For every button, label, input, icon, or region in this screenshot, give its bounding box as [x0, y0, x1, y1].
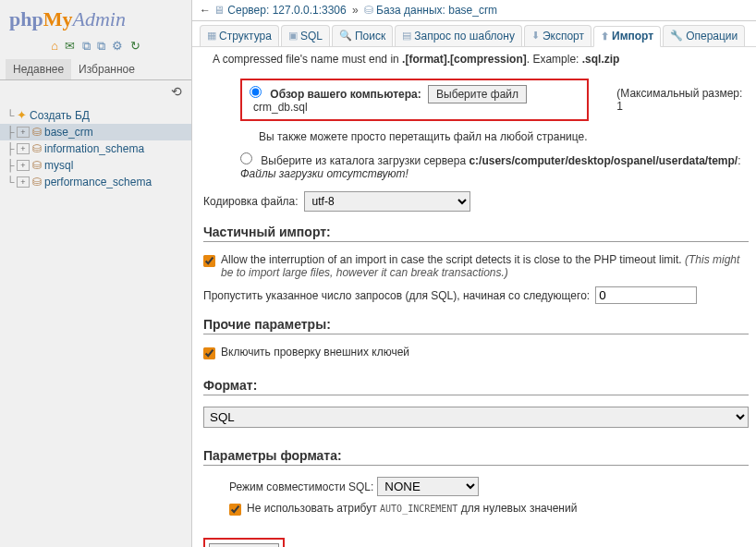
breadcrumb-db[interactable]: База данных: base_crm [376, 4, 497, 17]
browse-option: Обзор вашего компьютера: Выберите файл c… [203, 79, 589, 121]
query-icon[interactable]: ⧉ [82, 39, 91, 53]
db-item-mysql[interactable]: ├ + ⛁ mysql [0, 157, 191, 174]
db-item-information-schema[interactable]: ├ + ⛁ information_schema [0, 140, 191, 157]
expand-icon[interactable]: + [17, 160, 30, 171]
fk-checkbox[interactable] [203, 347, 215, 359]
catalog-option: Выберите из каталога загрузки сервера c:… [203, 152, 749, 180]
format-heading: Формат: [203, 378, 749, 393]
logo[interactable]: phpMyAdmin [0, 0, 191, 35]
tab-search[interactable]: 🔍Поиск [332, 25, 393, 46]
exit-icon[interactable]: ✉ [65, 39, 75, 53]
skip-row: Пропустить указанное число запросов (для… [203, 286, 749, 304]
format-select[interactable]: SQL [203, 407, 749, 428]
tab-import[interactable]: ⬆Импорт [593, 26, 661, 47]
search-icon: 🔍 [339, 30, 352, 42]
interrupt-check-row: Allow the interruption of an import in c… [203, 253, 749, 279]
db-icon: ⛁ [32, 176, 42, 188]
server-icon: 🖥 [213, 4, 225, 17]
new-db-icon: ✦ [17, 108, 27, 122]
tab-export[interactable]: ⬇Экспорт [524, 25, 591, 46]
tab-recent[interactable]: Недавнее [6, 59, 71, 79]
drag-info: Вы также можете просто перетащить файл н… [203, 130, 749, 143]
format-params-heading: Параметры формата: [203, 448, 749, 463]
breadcrumb-server[interactable]: Сервер: 127.0.0.1:3306 [227, 4, 346, 17]
import-form: A compressed file's name must end in .[f… [192, 47, 756, 547]
selected-filename: crm_db.sql [253, 101, 308, 114]
db-icon: ⛁ [32, 142, 42, 155]
db-item-base-crm[interactable]: ├ + ⛁ base_crm [0, 124, 191, 140]
sidebar-nav-tabs: Недавнее Избранное [0, 59, 191, 80]
db-icon: ⛁ [32, 159, 42, 172]
tab-favorites[interactable]: Избранное [71, 59, 142, 79]
main-content: ← 🖥Сервер: 127.0.0.1:3306 » ⛁База данных… [192, 0, 756, 547]
settings-icon[interactable]: ⚙ [112, 39, 123, 53]
other-params-heading: Прочие параметры: [203, 317, 749, 332]
export-icon: ⬇ [531, 30, 540, 42]
docs-icon[interactable]: ⧉ [97, 39, 105, 53]
db-icon: ⛁ [364, 4, 373, 17]
db-icon: ⛁ [32, 126, 42, 139]
operations-icon: 🔧 [670, 30, 683, 42]
expand-icon[interactable]: + [17, 143, 30, 154]
sidebar-icons: ⌂ ✉ ⧉ ⧉ ⚙ ↻ [0, 35, 191, 59]
sidebar: phpMyAdmin ⌂ ✉ ⧉ ⧉ ⚙ ↻ Недавнее Избранно… [0, 0, 192, 547]
fk-check-row: Включить проверку внешних ключей [203, 346, 749, 359]
expand-icon[interactable]: + [17, 127, 30, 138]
expand-icon[interactable]: + [17, 176, 30, 188]
interrupt-checkbox[interactable] [203, 255, 215, 267]
tab-sql[interactable]: ▣SQL [281, 25, 330, 46]
choose-file-button[interactable]: Выберите файл [428, 85, 527, 103]
autoinc-row: Не использовать атрибут AUTO_INCREMENT д… [203, 502, 749, 516]
home-icon[interactable]: ⌂ [51, 39, 58, 53]
skip-input[interactable] [595, 286, 697, 304]
browse-highlight: Обзор вашего компьютера: Выберите файл c… [240, 79, 589, 121]
browse-radio[interactable] [250, 86, 262, 98]
structure-icon: ▦ [207, 30, 216, 42]
tree-line-icon: └ [4, 109, 17, 122]
compressed-info: A compressed file's name must end in .[f… [203, 53, 749, 66]
create-db[interactable]: └ ✦ Создать БД [0, 106, 191, 124]
submit-button[interactable]: Вперёд [209, 543, 279, 547]
autoinc-checkbox[interactable] [229, 504, 241, 516]
compat-row: Режим совместимости SQL: NONE [203, 477, 749, 496]
submit-highlight: Вперёд [203, 538, 285, 547]
catalog-radio[interactable] [240, 152, 252, 164]
breadcrumb: ← 🖥Сервер: 127.0.0.1:3306 » ⛁База данных… [192, 0, 756, 21]
tab-structure[interactable]: ▦Структура [200, 25, 279, 46]
tab-operations[interactable]: 🔧Операции [663, 25, 745, 46]
charset-row: Кодировка файла: utf-8 [203, 191, 749, 212]
main-tabs: ▦Структура ▣SQL 🔍Поиск ▤Запрос по шаблон… [192, 21, 756, 47]
tab-query[interactable]: ▤Запрос по шаблону [395, 25, 522, 46]
collapse-icon[interactable]: ⟲ [0, 80, 191, 103]
db-tree: └ ✦ Создать БД ├ + ⛁ base_crm ├ + ⛁ info… [0, 103, 191, 194]
sql-icon: ▣ [288, 30, 298, 42]
reload-icon[interactable]: ↻ [130, 39, 140, 53]
max-size-label: (Максимальный размер: 1 [589, 87, 749, 113]
compat-select[interactable]: NONE [377, 477, 479, 496]
charset-select[interactable]: utf-8 [304, 191, 470, 212]
partial-import-heading: Частичный импорт: [203, 225, 749, 239]
query-icon: ▤ [402, 30, 411, 42]
import-icon: ⬆ [601, 30, 609, 43]
db-item-performance-schema[interactable]: └ + ⛁ performance_schema [0, 174, 191, 190]
